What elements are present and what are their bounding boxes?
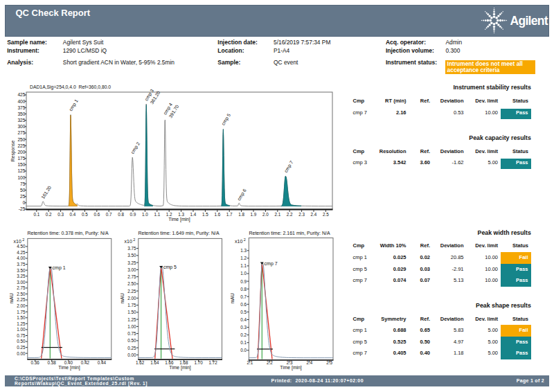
- svg-text:0.25: 0.25: [127, 346, 136, 350]
- svg-text:0.1: 0.1: [240, 340, 247, 345]
- svg-text:1.5: 1.5: [202, 212, 208, 217]
- svg-text:3.50: 3.50: [17, 268, 26, 273]
- svg-text:0.7: 0.7: [106, 212, 112, 217]
- svg-text:2.3: 2.3: [298, 212, 305, 217]
- svg-text:cmp 1: cmp 1: [53, 265, 66, 271]
- svg-text:0.00: 0.00: [127, 353, 136, 357]
- svg-text:cmp 5: cmp 5: [163, 265, 177, 270]
- svg-text:0.50: 0.50: [127, 338, 136, 343]
- svg-text:3.25: 3.25: [17, 274, 26, 278]
- svg-text:225: 225: [17, 143, 25, 148]
- svg-text:0.3: 0.3: [57, 212, 64, 217]
- svg-text:x10: x10: [14, 239, 21, 244]
- svg-text:x10: x10: [125, 239, 132, 244]
- svg-text:0.2: 0.2: [240, 332, 247, 337]
- svg-text:3.50: 3.50: [127, 253, 136, 258]
- svg-text:0.6: 0.6: [240, 302, 247, 307]
- svg-text:2.1: 2.1: [274, 212, 280, 217]
- svg-text:4.50: 4.50: [17, 244, 26, 249]
- svg-text:2.25: 2.25: [17, 297, 26, 302]
- svg-text:1.00: 1.00: [17, 327, 26, 332]
- svg-text:0.2: 0.2: [46, 212, 52, 217]
- svg-text:DAD1A,Sig=254,0,4.0 Ref=360,0: DAD1A,Sig=254,0,4.0 Ref=360,0,80.0: [30, 84, 111, 90]
- svg-text:3.75: 3.75: [127, 246, 136, 251]
- svg-text:1.25: 1.25: [17, 321, 26, 326]
- svg-text:1.0: 1.0: [142, 212, 148, 217]
- svg-text:3.00: 3.00: [17, 280, 26, 285]
- svg-text:Time [min]: Time [min]: [280, 365, 302, 371]
- svg-text:0.1: 0.1: [33, 212, 39, 217]
- svg-text:125: 125: [17, 168, 25, 173]
- svg-text:4.00: 4.00: [17, 256, 26, 260]
- svg-text:Retention time: 0.378 min, Pur: Retention time: 0.378 min, Purity: N/A: [27, 231, 108, 236]
- svg-text:1.1: 1.1: [154, 212, 160, 217]
- svg-text:0.5: 0.5: [240, 310, 247, 314]
- svg-text:2: 2: [22, 238, 24, 242]
- svg-text:Time [min]: Time [min]: [169, 365, 191, 371]
- svg-text:3.75: 3.75: [17, 262, 26, 267]
- svg-text:Response: Response: [10, 140, 16, 161]
- svg-text:2: 2: [244, 238, 246, 242]
- svg-text:mAU: mAU: [120, 293, 125, 303]
- svg-text:0.9: 0.9: [240, 279, 247, 284]
- svg-text:1.75: 1.75: [17, 310, 26, 314]
- svg-text:2.00: 2.00: [17, 303, 26, 308]
- svg-text:250: 250: [17, 137, 25, 142]
- svg-text:4.25: 4.25: [17, 250, 26, 255]
- svg-text:1.3: 1.3: [240, 248, 247, 253]
- svg-text:x10: x10: [235, 239, 242, 244]
- svg-text:1.50: 1.50: [17, 315, 26, 320]
- svg-text:200: 200: [17, 150, 25, 154]
- svg-text:0.4: 0.4: [240, 317, 247, 322]
- svg-text:1.50: 1.50: [127, 310, 136, 314]
- svg-text:2.2: 2.2: [287, 212, 293, 217]
- svg-text:2.25: 2.25: [127, 289, 136, 294]
- svg-text:425: 425: [17, 92, 25, 97]
- svg-text:150: 150: [17, 162, 25, 167]
- svg-text:1.25: 1.25: [127, 317, 136, 322]
- svg-text:0.3: 0.3: [240, 325, 247, 330]
- svg-text:mAU: mAU: [230, 293, 235, 303]
- svg-text:Time [min]: Time [min]: [168, 217, 190, 222]
- svg-text:0.25: 0.25: [17, 345, 26, 350]
- svg-text:1.6: 1.6: [214, 212, 220, 217]
- svg-text:3.00: 3.00: [127, 267, 136, 272]
- svg-text:0.8: 0.8: [240, 287, 247, 292]
- svg-text:2.75: 2.75: [17, 285, 26, 290]
- svg-text:1.1: 1.1: [240, 263, 247, 268]
- svg-text:0.4: 0.4: [70, 212, 76, 217]
- svg-text:175: 175: [17, 156, 25, 161]
- svg-text:2.50: 2.50: [17, 292, 26, 296]
- svg-text:0.7: 0.7: [240, 294, 247, 299]
- svg-text:2.5: 2.5: [323, 212, 329, 217]
- svg-text:0.75: 0.75: [127, 331, 136, 336]
- svg-text:0.75: 0.75: [17, 333, 26, 338]
- svg-text:1.7: 1.7: [226, 212, 233, 217]
- svg-text:275: 275: [17, 130, 25, 135]
- svg-text:0.8: 0.8: [118, 212, 124, 217]
- svg-text:Agilent: Agilent: [510, 14, 548, 28]
- svg-text:Retention time: 2.161 min, Pur: Retention time: 2.161 min, Purity: N/A: [249, 231, 330, 236]
- svg-text:375: 375: [17, 105, 25, 110]
- svg-text:300: 300: [17, 124, 25, 129]
- svg-text:mAU: mAU: [9, 293, 14, 303]
- svg-text:2.0: 2.0: [262, 212, 269, 217]
- svg-text:0.5: 0.5: [82, 212, 88, 217]
- svg-text:2.50: 2.50: [127, 281, 136, 286]
- svg-text:2: 2: [133, 238, 135, 242]
- svg-text:0.6: 0.6: [93, 212, 100, 217]
- svg-text:3.25: 3.25: [127, 260, 136, 265]
- svg-text:2.75: 2.75: [127, 274, 136, 279]
- svg-text:350: 350: [17, 112, 25, 116]
- svg-text:1.9: 1.9: [251, 212, 257, 217]
- svg-text:1.2: 1.2: [240, 256, 247, 260]
- svg-text:0.00: 0.00: [17, 351, 26, 356]
- svg-text:Retention time: 1.649 min, Pur: Retention time: 1.649 min, Purity: N/A: [138, 231, 219, 236]
- svg-text:1.00: 1.00: [127, 324, 136, 329]
- svg-text:2.4: 2.4: [311, 212, 317, 217]
- svg-text:325: 325: [17, 118, 25, 123]
- svg-text:1.0: 1.0: [240, 271, 247, 276]
- svg-text:1.8: 1.8: [238, 212, 244, 217]
- svg-text:0.9: 0.9: [130, 212, 136, 217]
- svg-text:Time [min]: Time [min]: [58, 365, 80, 371]
